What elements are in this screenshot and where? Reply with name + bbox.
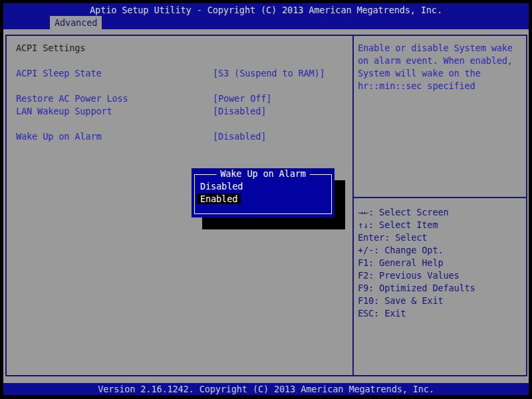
menu-item-label: Wake Up on Alarm	[16, 132, 101, 141]
legend-save-exit: F10: Save & Exit	[358, 296, 524, 305]
version-text: Version 2.16.1242. Copyright (C) 2013 Am…	[3, 384, 529, 394]
section-title: ACPI Settings	[16, 43, 85, 53]
legend-general-help: F1: General Help	[358, 258, 524, 267]
legend-change-opt: +/-: Change Opt.	[358, 245, 524, 255]
legend-enter-select: Enter: Select	[358, 233, 524, 242]
tab-advanced[interactable]: Advanced	[50, 16, 102, 29]
popup-title: Wake Up on Alarm	[216, 169, 309, 178]
app-title: Aptio Setup Utility - Copyright (C) 2013…	[3, 5, 529, 15]
menu-item-value: [S3 (Suspend to RAM)]	[213, 68, 325, 78]
help-text-line: on alarm event. When enabled,	[358, 56, 524, 65]
help-text-line: Enable or disable System wake	[358, 43, 524, 53]
legend-select-item: ↑↓: Select Item	[358, 220, 524, 229]
bios-screen: Aptio Setup Utility - Copyright (C) 2013…	[0, 0, 532, 399]
panel-divider	[352, 35, 354, 375]
legend-previous-values: F2: Previous Values	[358, 271, 524, 280]
popup-wake-up-on-alarm: Wake Up on Alarm Disabled Enabled	[192, 168, 334, 217]
legend-esc-exit: ESC: Exit	[358, 309, 524, 318]
help-legend-separator	[354, 197, 527, 198]
popup-option-disabled[interactable]: Disabled	[197, 181, 246, 192]
menu-item-acpi-sleep-state[interactable]: ACPI Sleep State [S3 (Suspend to RAM)]	[16, 68, 348, 79]
header-bar: Aptio Setup Utility - Copyright (C) 2013…	[3, 3, 529, 29]
help-text-line: System will wake on the	[358, 68, 524, 78]
menu-item-value: [Disabled]	[213, 106, 266, 116]
footer-bar: Version 2.16.1242. Copyright (C) 2013 Am…	[3, 383, 529, 395]
legend-optimized-defaults: F9: Optimized Defaults	[358, 283, 524, 293]
menu-item-label: ACPI Sleep State	[16, 68, 101, 78]
menu-item-value: [Disabled]	[213, 132, 266, 141]
menu-item-lan-wakeup-support[interactable]: LAN Wakeup Support [Disabled]	[16, 106, 348, 117]
menu-item-label: Restore AC Power Loss	[16, 94, 128, 103]
menu-item-restore-ac-power-loss[interactable]: Restore AC Power Loss [Power Off]	[16, 94, 348, 104]
menu-item-label: LAN Wakeup Support	[16, 106, 112, 116]
menu-item-wake-up-on-alarm[interactable]: Wake Up on Alarm [Disabled]	[16, 132, 348, 142]
legend-select-screen: →←: Select Screen	[358, 207, 524, 217]
help-text-line: hr::min::sec specified	[358, 81, 524, 90]
menu-item-value: [Power Off]	[213, 94, 271, 103]
popup-option-enabled[interactable]: Enabled	[197, 194, 241, 204]
